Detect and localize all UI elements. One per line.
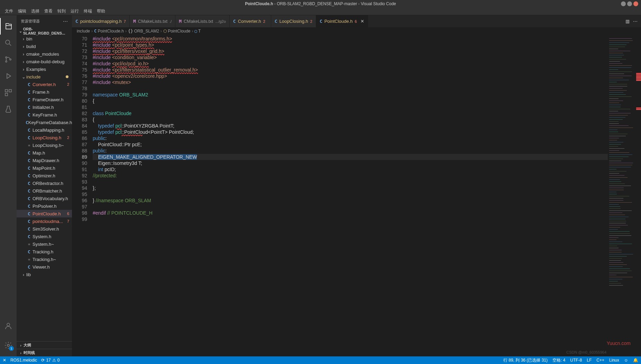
file-item[interactable]: CMapDrawer.h <box>17 157 72 164</box>
file-item[interactable]: CViewer.h <box>17 263 72 271</box>
file-item[interactable]: CKeyFrameDatabase.h <box>17 119 72 126</box>
breadcrumb-item[interactable]: ⬡ PointCloude <box>163 29 191 34</box>
breadcrumb-item[interactable]: C PointCloude.h <box>94 29 124 34</box>
maximize-button[interactable] <box>627 1 632 6</box>
remote-indicator[interactable]: ✕ <box>3 358 6 363</box>
svg-point-1 <box>6 57 7 58</box>
feedback-icon[interactable]: ☺ <box>624 357 628 363</box>
menu-item[interactable]: 终端 <box>82 8 94 15</box>
file-item[interactable]: ≡System.h~ <box>17 240 72 248</box>
file-item[interactable]: CLoopClosing.h2 <box>17 134 72 141</box>
eol[interactable]: LF <box>587 357 592 363</box>
file-item[interactable]: ≡Tracking.h~ <box>17 255 72 263</box>
menu-item[interactable]: 运行 <box>68 8 81 15</box>
c-file-icon: C <box>26 150 33 156</box>
settings-gear-icon[interactable]: 1 <box>0 337 17 354</box>
run-debug-icon[interactable] <box>0 68 17 84</box>
file-item[interactable]: CORBextractor.h <box>17 179 72 187</box>
breadcrumb-item[interactable]: {} ORB_SLAM2 <box>128 29 159 34</box>
menu-item[interactable]: 查看 <box>42 8 55 15</box>
c-file-icon: C <box>75 19 78 24</box>
file-item[interactable]: CKeyFrame.h <box>17 111 72 119</box>
os-indicator[interactable]: Linux <box>609 357 619 363</box>
file-item[interactable]: CPnPsolver.h <box>17 202 72 210</box>
source-control-icon[interactable] <box>0 51 17 68</box>
breadcrumb-item[interactable]: ▢ T <box>195 29 201 34</box>
folder-item[interactable]: ›lib <box>17 271 72 278</box>
sync-status[interactable]: ⟳ 17 ⚠ 0 <box>41 358 59 363</box>
file-item[interactable]: COptimizer.h <box>17 172 72 179</box>
file-item[interactable]: CTracking.h <box>17 248 72 255</box>
workspace-root[interactable]: ⌄ ORB-SLAM2_RGBD_DENS... <box>17 27 72 35</box>
folder-item[interactable]: ›cmake_modules <box>17 50 72 58</box>
file-item[interactable]: CMapPoint.h <box>17 164 72 172</box>
close-window-button[interactable] <box>633 1 638 6</box>
menu-item[interactable]: 编辑 <box>16 8 28 15</box>
file-item[interactable]: CSim3Solver.h <box>17 225 72 233</box>
c-file-icon: C <box>26 82 33 87</box>
breadcrumb-item[interactable]: include <box>77 29 90 34</box>
file-item[interactable]: CFrame.h <box>17 88 72 96</box>
editor-tab[interactable]: CConverter.h2 <box>230 15 271 27</box>
error-badge: 6 <box>355 19 357 24</box>
encoding[interactable]: UTF-8 <box>570 357 582 363</box>
menu-item[interactable]: 转到 <box>55 8 68 15</box>
outline-section[interactable]: ›大纲 <box>17 341 72 349</box>
folder-item[interactable]: ⌄include <box>17 73 72 81</box>
minimize-button[interactable] <box>621 1 626 6</box>
file-item[interactable]: CPointCloude.h6 <box>17 210 72 217</box>
file-item[interactable]: CInitializer.h <box>17 103 72 111</box>
file-item[interactable]: CORBmatcher.h <box>17 187 72 195</box>
menu-item[interactable]: 选择 <box>29 8 42 15</box>
c-file-icon: C <box>26 219 33 224</box>
indentation[interactable]: 空格: 4 <box>552 357 565 363</box>
c-file-icon: C <box>26 204 33 209</box>
c-file-icon: C <box>26 135 33 140</box>
cursor-position[interactable]: 行 89, 列 36 (已选择 31) <box>503 357 548 363</box>
editor-tab[interactable]: MCMakeLists.txt./ <box>130 15 175 27</box>
editor-tab[interactable]: Cpointcloudmapping.h7 <box>72 15 130 27</box>
notifications-icon[interactable]: 🔔 <box>633 357 638 363</box>
menu-item[interactable]: 帮助 <box>95 8 107 15</box>
more-actions-icon[interactable]: ⋯ <box>633 19 638 24</box>
code-editor[interactable]: 7071727374757677787980818283848586878889… <box>72 35 641 356</box>
file-item[interactable]: CORBVocabulary.h <box>17 195 72 202</box>
ros-status[interactable]: ROS1.melodic <box>10 358 37 363</box>
timeline-section[interactable]: ›时间线 <box>17 349 72 356</box>
file-item[interactable]: CConverter.h2 <box>17 81 72 88</box>
file-item[interactable]: ≡LoopClosing.h~ <box>17 141 72 149</box>
svg-point-8 <box>7 344 9 346</box>
sidebar-more-icon[interactable]: ⋯ <box>63 19 68 24</box>
extensions-icon[interactable] <box>0 84 17 101</box>
folder-item[interactable]: ›build <box>17 43 72 50</box>
file-item[interactable]: Cpointcloudma...7 <box>17 217 72 225</box>
split-editor-icon[interactable]: ▥ <box>625 19 630 24</box>
sidebar: 资源管理器 ⋯ ⌄ ORB-SLAM2_RGBD_DENS... ›bin›bu… <box>17 15 72 356</box>
breadcrumbs[interactable]: include›C PointCloude.h›{} ORB_SLAM2›⬡ P… <box>72 27 641 35</box>
testing-icon[interactable] <box>0 101 17 118</box>
search-icon[interactable] <box>0 35 17 51</box>
folder-item[interactable]: ›Examples <box>17 65 72 73</box>
close-tab-icon[interactable]: ✕ <box>360 19 364 24</box>
editor-tab[interactable]: MCMakeLists.txt.../g2o <box>175 15 230 27</box>
language-mode[interactable]: C++ <box>596 357 604 363</box>
line-numbers: 7071727374757677787980818283848586878889… <box>72 35 93 356</box>
editor-tab[interactable]: CLoopClosing.h2 <box>271 15 316 27</box>
folder-item[interactable]: ›cmake-build-debug <box>17 58 72 65</box>
file-item[interactable]: CMap.h <box>17 149 72 157</box>
code-content[interactable]: #include <pcl/common/transforms.h>#inclu… <box>93 35 608 356</box>
file-item[interactable]: CFrameDrawer.h <box>17 96 72 103</box>
file-item[interactable]: CLocalMapping.h <box>17 126 72 134</box>
svg-rect-4 <box>5 90 8 92</box>
file-item[interactable]: CSystem.h <box>17 233 72 240</box>
folder-item[interactable]: ›bin <box>17 35 72 43</box>
explorer-icon[interactable] <box>0 18 17 35</box>
menu-item[interactable]: 文件 <box>3 8 15 15</box>
sidebar-header: 资源管理器 ⋯ <box>17 15 72 27</box>
account-icon[interactable] <box>0 318 17 334</box>
error-badge: 7 <box>124 19 126 24</box>
activity-bar: 1 <box>0 15 17 356</box>
editor-tab[interactable]: CPointCloude.h6✕ <box>316 15 368 27</box>
chevron-right-icon: › <box>21 52 26 57</box>
minimap[interactable] <box>608 35 641 356</box>
